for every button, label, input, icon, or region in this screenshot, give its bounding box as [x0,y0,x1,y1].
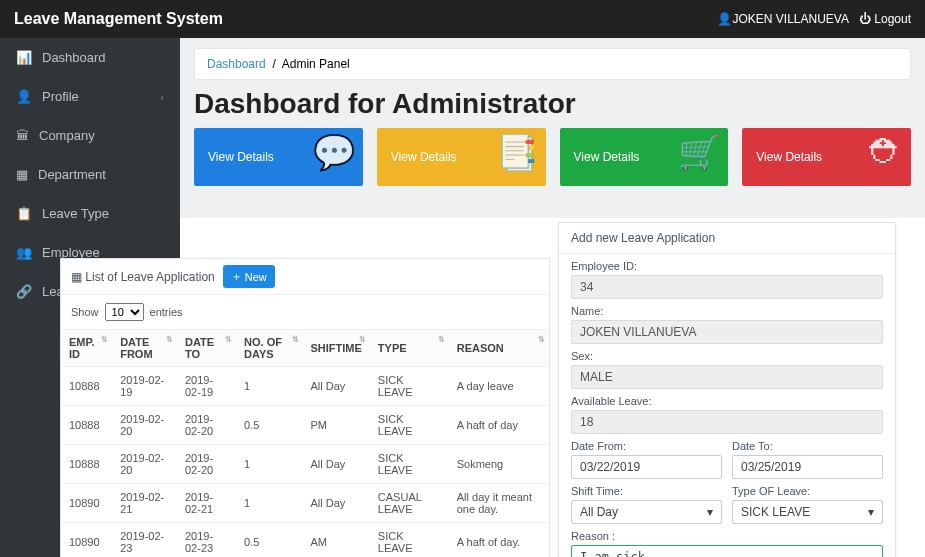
chat-icon: 💬 [313,132,355,172]
table-cell: 10888 [61,367,112,406]
table-cell: A haft of day. [449,523,549,558]
table-cell: 10890 [61,484,112,523]
date-to-input[interactable] [732,455,883,479]
table-cell: 2019-02-20 [112,445,177,484]
table-header[interactable]: REASON⇅ [449,330,549,367]
table-header[interactable]: SHIFTIME⇅ [303,330,370,367]
available-leave-field: 18 [571,410,883,434]
table-cell: 2019-02-20 [112,406,177,445]
table-cell: AM [303,523,370,558]
table-row[interactable]: 108882019-02-192019-02-191All DaySICK LE… [61,367,549,406]
table-cell: 10890 [61,523,112,558]
table-header[interactable]: DATE TO⇅ [177,330,236,367]
name-field: JOKEN VILLANUEVA [571,320,883,344]
logout-label: Logout [874,12,911,26]
shift-time-label: Shift Time: [571,485,722,497]
table-cell: All Day [303,484,370,523]
clipboard-icon: 📋 [16,206,32,221]
card-label: View Details [208,150,274,164]
table-cell: 0.5 [236,523,302,558]
form-title: Add new Leave Application [559,223,895,254]
table-cell: 10888 [61,445,112,484]
table-cell: A day leave [449,367,549,406]
employee-id-label: Employee ID: [571,260,883,272]
table-cell: 2019-02-19 [177,367,236,406]
table-cell: CASUAL LEAVE [370,484,449,523]
logout-link[interactable]: ⏻ Logout [859,12,911,26]
table-cell: All day it meant one day. [449,484,549,523]
table-header[interactable]: NO. OF DAYS⇅ [236,330,302,367]
table-cell: 2019-02-23 [177,523,236,558]
shift-time-select[interactable]: All Day▾ [571,500,722,524]
chevron-right-icon: › [160,91,164,103]
dashboard-card-red[interactable]: View Details⛑ [742,128,911,186]
sidebar-item-leave-type[interactable]: 📋Leave Type [0,194,180,233]
reason-input[interactable]: I am sick [571,545,883,557]
employee-id-field: 34 [571,275,883,299]
building-icon: 🏛 [16,128,29,143]
sidebar-item-label: Leave Type [42,206,109,221]
sort-icon: ⇅ [292,336,299,343]
sort-icon: ⇅ [538,336,545,343]
sidebar-item-label: Company [39,128,95,143]
table-header[interactable]: DATE FROM⇅ [112,330,177,367]
table-row[interactable]: 108882019-02-202019-02-201All DaySICK LE… [61,445,549,484]
date-to-label: Date To: [732,440,883,452]
table-cell: A haft of day [449,406,549,445]
table-cell: SICK LEAVE [370,367,449,406]
cart-icon: 🛒 [678,132,720,172]
table-cell: 1 [236,484,302,523]
lifebuoy-icon: ⛑ [869,132,903,171]
page-length-select[interactable]: 10 [105,303,144,321]
list-icon: 📑 [496,132,538,172]
sidebar-item-department[interactable]: ▦Department [0,155,180,194]
table-cell: All Day [303,367,370,406]
leave-type-select[interactable]: SICK LEAVE▾ [732,500,883,524]
sort-icon: ⇅ [166,336,173,343]
sidebar-item-company[interactable]: 🏛Company [0,116,180,155]
table-cell: 2019-02-20 [177,406,236,445]
table-cell: 2019-02-21 [112,484,177,523]
power-icon: ⏻ [859,12,871,26]
card-label: View Details [391,150,457,164]
user-icon: 👤 [717,12,732,26]
panel-title: List of Leave Application [85,270,214,284]
user-link[interactable]: 👤JOKEN VILLANUEVA [717,12,848,26]
date-from-label: Date From: [571,440,722,452]
table-header[interactable]: EMP. ID⇅ [61,330,112,367]
sort-icon: ⇅ [438,336,445,343]
sidebar-item-profile[interactable]: 👤Profile› [0,77,180,116]
table-cell: PM [303,406,370,445]
table-cell: SICK LEAVE [370,445,449,484]
breadcrumb-link[interactable]: Dashboard [207,57,266,71]
dashboard-card-blue[interactable]: View Details💬 [194,128,363,186]
table-cell: All Day [303,445,370,484]
table-cell: 1 [236,367,302,406]
sort-icon: ⇅ [359,336,366,343]
table-row[interactable]: 108902019-02-232019-02-230.5AMSICK LEAVE… [61,523,549,558]
page-title: Dashboard for Administrator [194,88,911,120]
sort-icon: ⇅ [225,336,232,343]
table-header[interactable]: TYPE⇅ [370,330,449,367]
sidebar-item-label: Profile [42,89,150,104]
card-label: View Details [756,150,822,164]
sidebar-item-dashboard[interactable]: 📊Dashboard [0,38,180,77]
name-label: Name: [571,305,883,317]
breadcrumb-current: Admin Panel [282,57,350,71]
share-icon: 🔗 [16,284,32,299]
table-icon: ▦ [71,270,82,284]
dashboard-card-green[interactable]: View Details🛒 [560,128,729,186]
tachometer-icon: 📊 [16,50,32,65]
table-cell: SICK LEAVE [370,523,449,558]
plus-icon: ＋ [231,269,242,284]
new-button[interactable]: ＋New [223,265,275,288]
date-from-input[interactable] [571,455,722,479]
sidebar-item-label: Department [38,167,106,182]
dashboard-card-yellow[interactable]: View Details📑 [377,128,546,186]
table-row[interactable]: 108882019-02-202019-02-200.5PMSICK LEAVE… [61,406,549,445]
breadcrumb: Dashboard / Admin Panel [194,48,911,80]
table-cell: 2019-02-21 [177,484,236,523]
leave-table: EMP. ID⇅DATE FROM⇅DATE TO⇅NO. OF DAYS⇅SH… [61,329,549,557]
sex-field: MALE [571,365,883,389]
table-row[interactable]: 108902019-02-212019-02-211All DayCASUAL … [61,484,549,523]
